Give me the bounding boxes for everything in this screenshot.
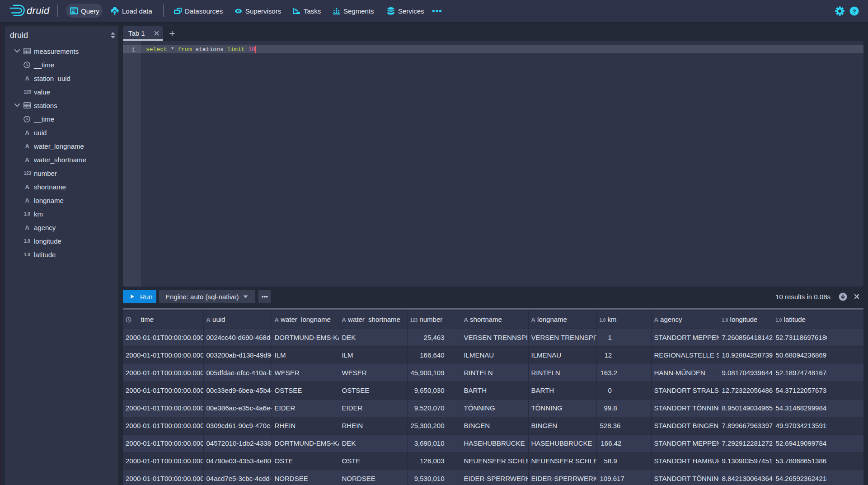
svg-text:?: ?: [852, 8, 856, 15]
